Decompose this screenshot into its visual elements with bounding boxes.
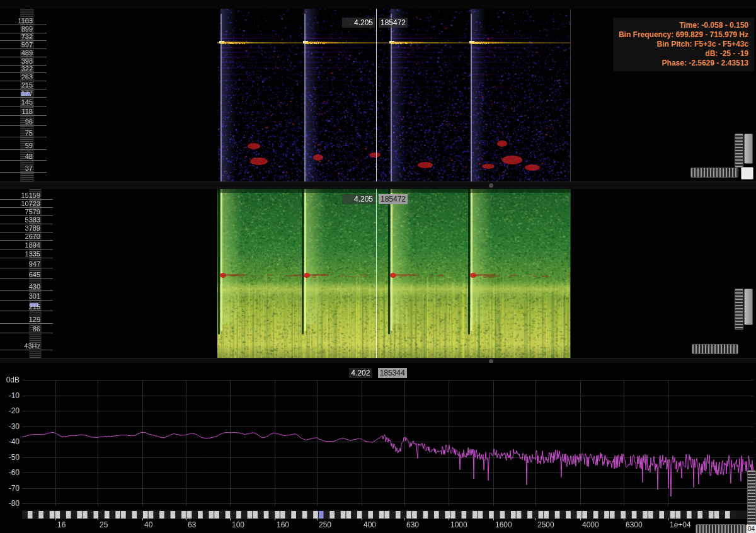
freq-ruler-label: 430 [0,283,53,291]
freq-ruler-label: 1335 [0,250,53,258]
freq-axis-tick [275,518,275,520]
db-ruler-label: 0dB [0,375,20,384]
pane-spectrum: 4.202 185344 162540631001602504006301000… [0,363,756,533]
freq-axis-label: 250 [319,520,331,529]
playback-cursor-1 [376,9,377,181]
freq-axis-tick [362,518,362,520]
horizontal-zoom-wheel-2[interactable] [692,344,738,354]
cursor-time-label-1: 4.205 [342,18,375,28]
db-ruler-label: -70 [0,484,20,493]
info-line: Bin Pitch: F5+3c - F5+43c [619,40,748,49]
freq-axis-tick [55,518,56,520]
db-ruler-label: -10 [0,391,20,400]
pane-spectrogram-2: 4.205 185472 151591072375795383378926701… [0,189,756,358]
freq-axis-label: 63 [188,520,196,529]
vertical-zoom-wheel-3[interactable] [747,470,756,524]
freq-ruler-label: 1894 [0,241,53,249]
freq-axis-tick [186,518,186,520]
vertical-zoom-wheel-2[interactable] [735,289,743,330]
freq-ruler-label: 1103 [0,17,47,25]
db-ruler-label: -60 [0,468,20,477]
freq-ruler-label: 732 [0,33,47,41]
freq-axis-label: 1e+04 [670,520,691,529]
freq-axis-label: 630 [406,520,419,529]
spectrum-plot-canvas[interactable] [22,377,754,506]
info-line: dB: -25 - -19 [619,49,748,59]
db-ruler-label: -50 [0,453,20,462]
freq-ruler-label: 177 [0,89,47,98]
freq-axis-label: 40 [144,520,152,529]
file-end-marker-2 [570,189,571,358]
info-line: Bin Frequency: 699.829 - 715.979 Hz [619,30,748,40]
freq-ruler-label: 215 [0,81,47,89]
vertical-scroll-bar-2[interactable] [744,289,753,325]
freq-ruler-label: 947 [0,260,53,268]
cursor-info-box: Time: -0.058 - 0.150Bin Frequency: 699.8… [613,18,754,71]
cursor-frame-label-2: 185472 [379,194,408,204]
db-ruler-label: -80 [0,499,20,508]
freq-axis-label: 1600 [495,520,512,529]
freq-ruler-label: 3789 [0,224,53,232]
audio-analysis-window: 4.205 185472 Time: -0.058 - 0.150Bin Fre… [0,0,756,533]
freq-ruler-label: 301 [0,292,53,301]
cursor-time-label-2: 4.205 [342,194,375,204]
db-ruler-label: -40 [0,437,20,446]
freq-ruler-label: 322 [0,65,47,73]
freq-ruler-label: 2670 [0,232,53,241]
zoom-reset-button-1[interactable] [741,167,753,180]
spectrogram-canvas-1[interactable] [217,9,570,181]
freq-axis-tick [536,518,536,520]
vertical-scroll-bar-1[interactable] [744,134,753,164]
db-ruler-label: -30 [0,422,20,431]
spectrogram-canvas-2[interactable] [217,189,570,358]
freq-ruler-label: 7579 [0,208,53,216]
freq-axis-tick [449,518,449,520]
freq-ruler-label: 96 [0,118,47,126]
playback-cursor-2 [376,189,377,358]
freq-axis-label: 4000 [582,520,599,529]
piano-keyboard-scale[interactable] [22,510,754,519]
freq-ruler-label: 59 [0,142,47,150]
freq-axis-tick [404,518,405,520]
freq-axis-label: 2500 [537,520,554,529]
freq-axis-tick [580,518,581,520]
freq-axis-label: 16 [57,520,66,529]
freq-ruler-label: 129 [0,316,53,324]
freq-axis-tick [493,518,494,520]
freq-axis-tick [142,518,143,520]
freq-axis-label: 6300 [626,520,643,529]
freq-ruler-label: 43Hz [0,342,53,350]
freq-axis-label: 1000 [450,520,467,529]
freq-ruler-label: 145 [0,98,47,106]
file-end-marker-1 [570,9,571,181]
pane-spectrogram-1: 4.205 185472 Time: -0.058 - 0.150Bin Fre… [0,9,756,181]
freq-axis-label: 25 [100,520,108,529]
freq-ruler-label: 215 [0,303,53,311]
info-line: Phase: -2.5629 - 2.43513 [619,59,748,68]
freq-axis-tick [98,518,98,520]
freq-ruler-label: 48 [0,152,47,161]
horizontal-zoom-wheel-3[interactable] [696,524,746,533]
freq-ruler-label: 118 [0,108,47,116]
freq-ruler-label: 15159 [0,192,53,200]
freq-ruler-label: 645 [0,271,53,279]
freq-ruler-label: 489 [0,49,47,57]
freq-axis-label: 400 [364,520,376,529]
freq-axis-tick [317,518,318,520]
horizontal-zoom-wheel-1[interactable] [690,168,738,178]
freq-axis-tick [624,518,624,520]
freq-axis-label: 100 [232,520,244,529]
freq-axis-tick [230,518,231,520]
zoom-reset-button-3[interactable]: 04 [746,524,756,533]
splitter-handle-1[interactable] [489,183,493,188]
vertical-zoom-wheel-1[interactable] [735,134,743,168]
info-line: Time: -0.058 - 0.150 [619,21,748,30]
freq-ruler-label: 10723 [0,200,53,208]
freq-axis-tick [668,518,668,520]
freq-ruler-label: 597 [0,41,47,49]
freq-axis-label: 160 [277,520,289,529]
db-ruler-label: -20 [0,406,20,415]
freq-ruler-label: 5383 [0,216,53,224]
freq-ruler-label: 37 [0,164,47,173]
freq-ruler-label: 263 [0,73,47,81]
